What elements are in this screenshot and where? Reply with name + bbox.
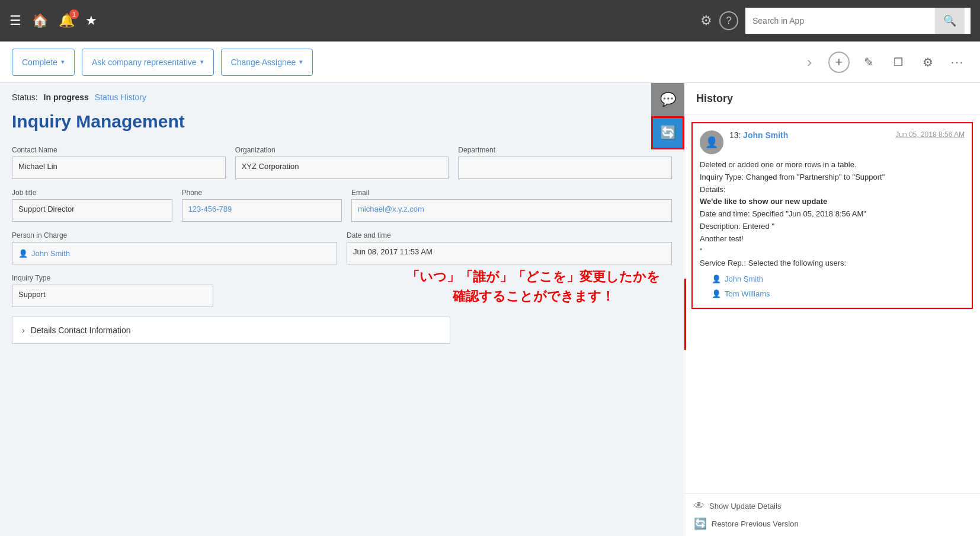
help-icon[interactable]: ? [719, 11, 738, 30]
change-assignee-label: Change Assignee [231, 58, 296, 67]
action-bar: Complete ▾ Ask company representative ▾ … [0, 42, 980, 83]
ask-rep-chevron: ▾ [200, 58, 204, 66]
complete-button[interactable]: Complete ▾ [12, 49, 75, 76]
form-row-2: Job title Support Director Phone 123-456… [12, 189, 672, 222]
avatar: 👤 [700, 130, 723, 154]
rep2-name[interactable]: Tom Williams [725, 288, 770, 301]
form-row-3: Person in Charge 👤 John Smith Date and t… [12, 231, 672, 264]
status-history-link[interactable]: Status History [95, 92, 146, 102]
topnav-right-section: ⚙ ? 🔍 [700, 8, 971, 34]
star-icon[interactable]: ★ [85, 13, 97, 28]
inquiry-type-change: Inquiry Type: Changed from "Partnership"… [700, 171, 965, 184]
contact-name-input[interactable]: Michael Lin [12, 157, 226, 179]
show-update-action[interactable]: 👁 Show Update Details [694, 500, 971, 512]
entry-author-row: 13: John Smith Jun 05, 2018 8:56 AM [729, 130, 965, 140]
history-tab-icon[interactable]: 🔄 [651, 116, 684, 149]
history-entry: 👤 13: John Smith Jun 05, 2018 8:56 AM De… [691, 122, 973, 309]
annotation-line1: 「いつ」「誰が」「どこを」変更したかを [406, 267, 660, 286]
details-chevron-icon: › [22, 326, 25, 335]
person-label: Person in Charge [12, 231, 337, 240]
inquiry-type-group: Inquiry Type Support [12, 274, 213, 307]
rep1-name[interactable]: John Smith [725, 273, 763, 286]
description-label: Description: Entered " [700, 221, 965, 233]
left-panel: Status: In progress Status History Inqui… [0, 83, 684, 536]
entry-number: 13: [729, 130, 741, 140]
job-title-input[interactable]: Support Director [12, 199, 172, 222]
entry-meta: 13: John Smith Jun 05, 2018 8:56 AM [729, 130, 965, 140]
datetime-label: Date and time [347, 231, 672, 240]
menu-icon[interactable]: ☰ [9, 13, 21, 28]
entry-date: Jun 05, 2018 8:56 AM [895, 130, 965, 139]
copy-icon[interactable]: ❒ [888, 52, 909, 73]
job-title-label: Job title [12, 189, 172, 197]
contact-name-label: Contact Name [12, 146, 226, 154]
department-input[interactable] [458, 157, 672, 179]
actionbar-right: › + ✎ ❒ ⚙ ··· [799, 52, 968, 73]
department-group: Department [458, 146, 672, 179]
organization-group: Organization XYZ Corporation [235, 146, 449, 179]
rep1-row: 👤 John Smith [712, 273, 965, 286]
history-content: 👤 13: John Smith Jun 05, 2018 8:56 AM De… [684, 115, 980, 493]
search-input[interactable] [745, 8, 935, 34]
rep2-row: 👤 Tom Williams [712, 288, 965, 301]
eye-icon: 👁 [694, 500, 704, 512]
home-icon[interactable]: 🏠 [32, 13, 48, 28]
ask-rep-button[interactable]: Ask company representative ▾ [82, 49, 214, 76]
history-header: History [684, 83, 980, 115]
email-group: Email michael@x.y.z.com [351, 189, 672, 222]
details-label: Details: [700, 184, 965, 196]
phone-group: Phone 123-456-789 [182, 189, 342, 222]
person-group: Person in Charge 👤 John Smith [12, 231, 337, 264]
ask-rep-label: Ask company representative [92, 58, 197, 67]
details-section[interactable]: › Details Contact Information [12, 317, 450, 344]
person-avatar-icon: 👤 [18, 249, 28, 258]
status-bar: Status: In progress Status History [12, 92, 672, 102]
japanese-annotation: 「いつ」「誰が」「どこを」変更したかを 確認することができます！ [406, 267, 660, 306]
search-button[interactable]: 🔍 [935, 8, 965, 34]
restore-action[interactable]: 🔄 Restore Previous Version [694, 517, 971, 530]
history-footer: 👁 Show Update Details 🔄 Restore Previous… [684, 493, 980, 536]
add-icon[interactable]: + [828, 52, 850, 73]
organization-label: Organization [235, 146, 449, 154]
notification-badge: 1 [69, 9, 79, 19]
email-input[interactable]: michael@x.y.z.com [351, 199, 672, 222]
top-navigation: ☰ 🏠 🔔 1 ★ ⚙ ? 🔍 [0, 0, 980, 42]
complete-label: Complete [22, 58, 57, 67]
history-entry-header: 👤 13: John Smith Jun 05, 2018 8:56 AM [700, 130, 965, 154]
annotation-line2: 確認することができます！ [406, 286, 660, 306]
phone-label: Phone [182, 189, 342, 197]
phone-input[interactable]: 123-456-789 [182, 199, 342, 222]
edit-icon[interactable]: ✎ [858, 52, 879, 73]
inquiry-type-input[interactable]: Support [12, 285, 213, 307]
chat-tab-icon[interactable]: 💬 [651, 83, 684, 116]
restore-icon: 🔄 [694, 517, 707, 530]
settings-icon[interactable]: ⚙ [700, 13, 712, 28]
author-name[interactable]: John Smith [743, 130, 788, 140]
show-update-label: Show Update Details [709, 502, 781, 511]
bell-icon[interactable]: 🔔 1 [59, 13, 75, 28]
rep1-avatar-icon: 👤 [712, 273, 721, 286]
change-assignee-chevron: ▾ [299, 58, 303, 66]
details-value: We'de like to show our new update [700, 196, 965, 208]
details-section-label: Details Contact Information [31, 326, 131, 335]
entry-body: Deleted or added one or more rows in a t… [700, 159, 965, 301]
organization-input[interactable]: XYZ Corporation [235, 157, 449, 179]
forward-icon[interactable]: › [799, 52, 820, 73]
person-input[interactable]: 👤 John Smith [12, 242, 337, 264]
datetime-change: Date and time: Specified "Jun 05, 2018 8… [700, 208, 965, 221]
job-title-group: Job title Support Director [12, 189, 172, 222]
right-panel: 💬 🔄 History 👤 13: John Smith Jun 05, 2 [684, 83, 980, 536]
change-assignee-button[interactable]: Change Assignee ▾ [221, 49, 313, 76]
toolbar-settings-icon[interactable]: ⚙ [917, 52, 939, 73]
email-label: Email [351, 189, 672, 197]
datetime-input[interactable]: Jun 08, 2017 11:53 AM [347, 242, 672, 264]
status-label: Status: [12, 92, 38, 102]
more-icon[interactable]: ··· [947, 52, 968, 73]
datetime-group: Date and time Jun 08, 2017 11:53 AM [347, 231, 672, 264]
description-close: " [700, 245, 965, 258]
complete-chevron: ▾ [61, 58, 65, 66]
entry-body-line1: Deleted or added one or more rows in a t… [700, 159, 965, 171]
description-value: Another test! [700, 233, 965, 245]
department-label: Department [458, 146, 672, 154]
contact-name-group: Contact Name Michael Lin [12, 146, 226, 179]
